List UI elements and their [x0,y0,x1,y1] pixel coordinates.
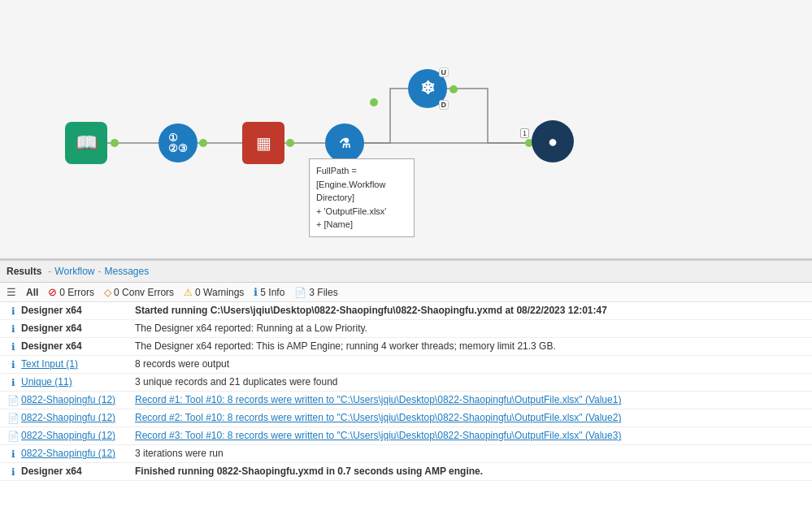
info-circle-icon-2: ℹ [11,323,15,335]
msg-source-8: 0822-Shaopingfu (12) [21,430,135,441]
msg-source-7: 0822-Shaopingfu (12) [21,412,135,423]
warning-icon: ⚠ [184,287,193,298]
all-label: All [26,287,38,298]
message-row: 📄 0822-Shaopingfu (12) Record #2: Tool #… [0,409,812,427]
info-circle-icon-3: ℹ [11,341,15,353]
toolbar-warnings[interactable]: ⚠ 0 Warnings [184,287,244,298]
msg-text-7: Record #2: Tool #10: 8 records were writ… [135,412,807,423]
msg-text-10: Finished running 0822-Shaopingfu.yxmd in… [135,466,807,477]
msg-icon-1: ℹ [5,305,21,317]
msg-text-4: 8 records were output [135,358,807,370]
message-row: ℹ Designer x64 Finished running 0822-Sha… [0,463,812,481]
msg-source-3: Designer x64 [21,340,135,352]
formula-tooltip: FullPath = [Engine.Workflow Directory] +… [309,158,415,237]
results-separator: - [48,266,51,277]
msg-icon-5: ℹ [5,376,21,388]
msg-icon-8: 📄 [5,430,21,442]
snowflake-d-badge: D [439,100,449,110]
source-link-7[interactable]: 0822-Shaopingfu (12) [21,412,115,423]
info-label: 5 Info [260,287,284,298]
source-link-8[interactable]: 0822-Shaopingfu (12) [21,430,115,441]
msg-source-6: 0822-Shaopingfu (12) [21,394,135,405]
msg-text-2: The Designer x64 reported: Running at a … [135,323,807,334]
source-link-4[interactable]: Text Input (1) [21,358,78,370]
msg-text-9: 3 iterations were run [135,448,807,459]
node-table-inner: ▦ [242,122,284,164]
workflow-container: 📖 ①②③ ▦ [33,32,601,236]
toolbar-errors[interactable]: ⊘ 0 Errors [48,286,94,298]
node-book[interactable]: 📖 [65,122,107,164]
errors-label: 0 Errors [59,287,94,298]
book-icon: 📖 [76,132,98,154]
node-output[interactable]: ● [532,120,574,162]
toolbar-all[interactable]: All [26,287,38,298]
msg-icon-7: 📄 [5,412,21,424]
nav-messages[interactable]: Messages [104,266,149,277]
info-icon: ℹ [254,286,258,298]
message-row: ℹ Designer x64 The Designer x64 reported… [0,320,812,338]
msg-text-1: Started running C:\Users\jqiu\Desktop\08… [135,305,807,316]
table-icon: ▦ [256,133,271,153]
source-link-6[interactable]: 0822-Shaopingfu (12) [21,394,115,405]
tooltip-line5: + [Name] [316,218,407,232]
msg-link-7[interactable]: Record #2: Tool #10: 8 records were writ… [135,412,621,423]
node-flask[interactable]: ⚗ [325,123,364,162]
info-circle-icon-10: ℹ [11,466,15,478]
connector-number-badge: 1 [520,128,529,138]
node-output-inner: ● [532,120,574,162]
file-icon-6: 📄 [7,395,20,406]
msg-text-3: The Designer x64 reported: This is AMP E… [135,340,807,352]
msg-source-5: Unique (11) [21,376,135,388]
node-number[interactable]: ①②③ [158,123,198,162]
info-circle-icon: ℹ [11,305,15,317]
source-link-5[interactable]: Unique (11) [21,376,72,388]
info-circle-icon-4: ℹ [11,359,15,370]
message-row: ℹ Text Input (1) 8 records were output [0,356,812,374]
node-flask-inner: ⚗ [325,123,364,162]
connector-dot-2 [199,139,207,147]
msg-source-4: Text Input (1) [21,358,135,370]
error-icon: ⊘ [48,286,57,298]
tooltip-line2: [Engine.Workflow [316,178,407,192]
toolbar-files[interactable]: 📄 3 Files [294,287,337,298]
toolbar-info[interactable]: ℹ 5 Info [254,286,284,298]
output-icon: ● [548,132,558,151]
connector-dot-1 [111,139,119,147]
node-number-inner: ①②③ [158,123,198,162]
toolbar-conv-errors[interactable]: ◇ 0 Conv Errors [104,287,174,298]
source-link-9[interactable]: 0822-Shaopingfu (12) [21,448,115,459]
results-header: Results - Workflow - Messages [0,261,812,283]
canvas-area: 📖 ①②③ ▦ [0,0,812,260]
msg-text-6: Record #1: Tool #10: 8 records were writ… [135,394,807,405]
msg-icon-9: ℹ [5,448,21,460]
info-circle-icon-9: ℹ [11,448,15,460]
conv-errors-label: 0 Conv Errors [114,287,174,298]
msg-icon-2: ℹ [5,323,21,335]
snowflake-u-badge: U [439,67,449,77]
flask-icon: ⚗ [339,136,350,151]
tooltip-line4: + 'OutputFile.xlsx' [316,205,407,219]
toolbar-list-icon[interactable]: ☰ [7,286,16,298]
file-icon: 📄 [294,287,306,298]
file-icon-7: 📄 [7,413,20,424]
node-snowflake[interactable]: ❄ U D [408,69,447,108]
msg-link-8[interactable]: Record #3: Tool #10: 8 records were writ… [135,430,621,441]
msg-text-5: 3 unique records and 21 duplicates were … [135,376,807,388]
msg-source-9: 0822-Shaopingfu (12) [21,448,135,459]
results-title: Results [7,266,41,277]
tooltip-line3: Directory] [316,191,407,205]
message-row: 📄 0822-Shaopingfu (12) Record #3: Tool #… [0,427,812,445]
msg-icon-6: 📄 [5,394,21,406]
message-row: ℹ Designer x64 Started running C:\Users\… [0,302,812,320]
nav-workflow[interactable]: Workflow [54,266,94,277]
warnings-label: 0 Warnings [195,287,244,298]
msg-source-1: Designer x64 [21,305,135,316]
messages-table: ℹ Designer x64 Started running C:\Users\… [0,302,812,511]
msg-link-6[interactable]: Record #1: Tool #10: 8 records were writ… [135,394,621,405]
file-icon-8: 📄 [7,431,20,442]
node-table[interactable]: ▦ [242,122,284,164]
number-icon: ①②③ [168,132,188,154]
conv-error-icon: ◇ [104,287,111,298]
results-toolbar: ☰ All ⊘ 0 Errors ◇ 0 Conv Errors ⚠ 0 War… [0,283,812,302]
msg-icon-10: ℹ [5,466,21,478]
